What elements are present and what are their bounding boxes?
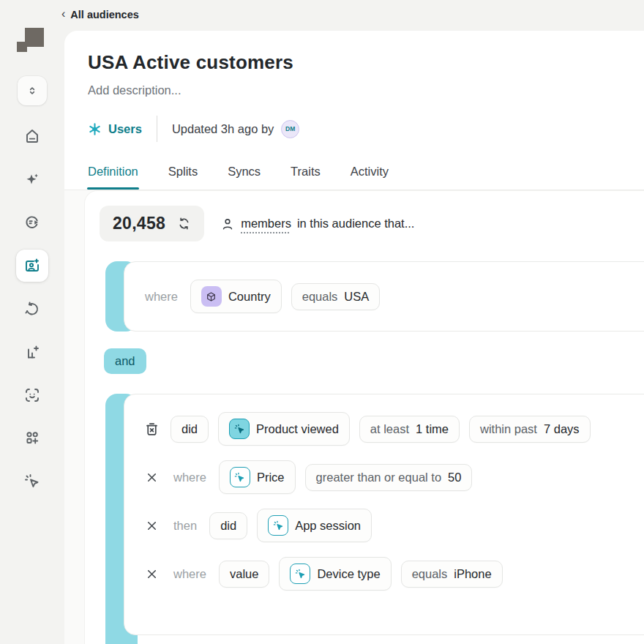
tab-traits[interactable]: Traits — [291, 165, 321, 190]
operator-equals-iphone-button[interactable]: equals iPhone — [401, 561, 503, 588]
operator-gte-button[interactable]: greater than or equal to 50 — [305, 464, 473, 491]
vertical-divider — [157, 116, 157, 142]
operator-value: USA — [344, 290, 369, 304]
home-icon — [23, 127, 41, 145]
time-window-button[interactable]: within past 7 days — [469, 416, 591, 443]
connector-then: then — [173, 519, 197, 533]
delete-condition-button[interactable] — [142, 421, 161, 438]
property-label: Device type — [317, 567, 380, 581]
sidebar-nav — [16, 127, 48, 490]
property-price-button[interactable]: Price — [219, 460, 296, 494]
operator-equals-usa-button[interactable]: equals USA — [291, 283, 381, 310]
workspace-logo[interactable] — [16, 25, 48, 57]
members-phrase: members in this audience that... — [220, 217, 414, 231]
tab-splits[interactable]: Splits — [168, 165, 198, 190]
sidebar-item-activation[interactable] — [23, 473, 41, 490]
condition-group-2: did Product viewed — [105, 394, 644, 635]
sidebar — [0, 0, 64, 644]
connector-where: where — [173, 471, 206, 484]
frequency-prefix: at least — [370, 422, 409, 436]
entity-users-link[interactable]: Users — [88, 122, 142, 136]
remove-filter-button[interactable] — [142, 567, 161, 581]
condition-card: where Country equals — [124, 261, 644, 332]
verb-label: did — [220, 519, 236, 533]
members-link[interactable]: members — [241, 217, 291, 231]
connector-where: where — [145, 290, 178, 304]
shapes-plus-icon — [23, 430, 41, 447]
operator-prefix: equals — [412, 567, 448, 581]
members-suffix: in this audience that... — [297, 217, 415, 231]
refresh-icon — [177, 217, 191, 231]
close-x-icon — [145, 519, 159, 533]
frequency-value: 1 time — [416, 422, 449, 436]
event-app-session-button[interactable]: App session — [257, 509, 372, 542]
sidebar-item-audiences[interactable] — [16, 250, 48, 282]
qualifier-value-button[interactable]: value — [219, 561, 269, 588]
verb-label: did — [181, 422, 198, 436]
person-icon — [220, 217, 235, 231]
window-prefix: within past — [480, 422, 537, 436]
and-connector-chip[interactable]: and — [104, 348, 146, 374]
verb-did-button[interactable]: did — [171, 416, 209, 443]
workspace-switcher-button[interactable] — [18, 76, 47, 105]
sidebar-item-assistant[interactable] — [23, 171, 41, 188]
tab-bar: Definition Splits Syncs Traits Activity — [88, 165, 644, 190]
sidebar-item-identity[interactable] — [23, 386, 41, 404]
operator-value: 50 — [448, 471, 461, 484]
connector-where: where — [173, 567, 206, 581]
audience-card-icon — [23, 257, 41, 274]
condition-group-1: where Country equals — [105, 261, 644, 332]
operator-prefix: greater than or equal to — [316, 471, 442, 484]
operator-value: iPhone — [454, 567, 491, 581]
operator-prefix: equals — [302, 290, 338, 304]
sidebar-item-analytics[interactable] — [23, 343, 41, 361]
chevron-left-icon: ‹ — [61, 8, 65, 20]
logo-square-small — [17, 42, 27, 52]
face-scan-icon — [23, 386, 41, 404]
logo-square-large — [25, 28, 44, 47]
event-label: Product viewed — [256, 422, 339, 436]
page-title[interactable]: USA Active customers — [88, 51, 644, 74]
verb-did-button[interactable]: did — [209, 512, 247, 539]
sidebar-item-sources[interactable] — [23, 214, 41, 231]
entity-label: Users — [108, 122, 142, 136]
refresh-button[interactable] — [177, 217, 191, 231]
chevron-updown-icon — [26, 85, 38, 97]
definition-area: 20,458 members in thi — [64, 190, 644, 644]
condition-rows: did Product viewed — [142, 412, 644, 591]
sidebar-item-home[interactable] — [23, 127, 41, 145]
loop-sync-icon — [23, 300, 41, 318]
event-property-cursor-icon — [290, 564, 310, 584]
property-country-button[interactable]: Country — [190, 280, 282, 313]
remove-filter-button[interactable] — [142, 471, 161, 484]
tab-definition[interactable]: Definition — [88, 165, 138, 190]
event-product-viewed-button[interactable]: Product viewed — [218, 412, 350, 446]
condition-row-filter: where Price — [142, 460, 644, 494]
audience-detail-card: USA Active customers Add description... … — [64, 31, 644, 644]
sparkle-icon — [23, 171, 41, 188]
sidebar-item-apps[interactable] — [23, 430, 41, 447]
magic-cursor-icon — [23, 473, 41, 490]
breadcrumb[interactable]: ‹ All audiences — [61, 9, 139, 20]
close-x-icon — [145, 471, 159, 484]
property-device-type-button[interactable]: Device type — [279, 557, 391, 591]
condition-row: where Country equals — [142, 280, 644, 313]
updated-text: Updated 3h ago by — [172, 122, 274, 136]
remove-step-button[interactable] — [142, 519, 161, 533]
close-x-icon — [145, 567, 159, 581]
event-label: App session — [295, 519, 361, 533]
qualifier-label: value — [230, 567, 258, 581]
member-count-row: 20,458 members in thi — [100, 206, 644, 242]
tab-activity[interactable]: Activity — [351, 165, 389, 190]
face-play-icon — [23, 214, 41, 231]
meta-row: Users Updated 3h ago by DM — [88, 116, 644, 142]
trait-cube-icon — [201, 286, 222, 307]
property-label: Country — [228, 290, 271, 304]
description-placeholder[interactable]: Add description... — [88, 83, 644, 97]
sidebar-item-journeys[interactable] — [23, 300, 41, 318]
property-label: Price — [257, 471, 285, 484]
trash-x-icon — [143, 421, 160, 438]
frequency-button[interactable]: at least 1 time — [359, 416, 460, 443]
tab-syncs[interactable]: Syncs — [228, 165, 261, 190]
member-count-pill: 20,458 — [100, 206, 204, 242]
